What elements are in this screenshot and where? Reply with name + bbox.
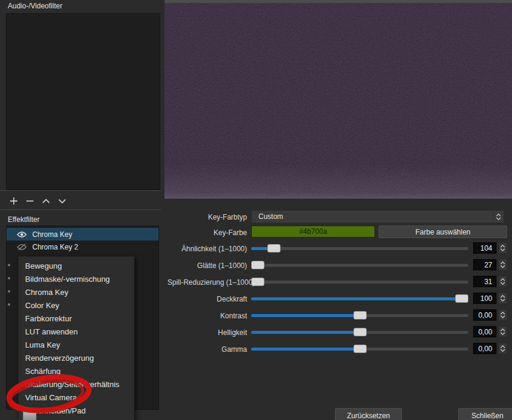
obs-filters-dialog: Audio-/Videofilter Effektfilter Chroma K…: [0, 0, 512, 420]
slider-label: Gamma: [167, 345, 247, 354]
key-color-type-select[interactable]: Custom: [251, 210, 504, 223]
chevron-up-icon: [500, 312, 505, 315]
slider-label: Kontrast: [167, 312, 247, 320]
chevron-up-icon: [496, 214, 501, 217]
effect-filters-title: Effektfilter: [8, 215, 39, 224]
background-window-fragment: [23, 409, 36, 420]
slider-track[interactable]: [251, 247, 468, 250]
slider-track[interactable]: [251, 314, 468, 317]
slider-label: Helligkeit: [167, 328, 247, 337]
value-spinner[interactable]: [498, 293, 507, 304]
slider-handle[interactable]: [251, 261, 264, 269]
chevron-down-icon: [500, 315, 505, 318]
reset-button-label: Zurücksetzen: [347, 412, 390, 420]
value-input[interactable]: 0,00: [473, 326, 496, 337]
slider-label: Spill-Reduzierung (1–1000): [167, 278, 247, 287]
key-color-label: Key-Farbe: [167, 229, 247, 237]
menu-item-chroma-key[interactable]: Chroma Key: [19, 286, 134, 299]
slider-handle[interactable]: [455, 294, 468, 303]
menu-item-bewegung[interactable]: Bewegung: [19, 260, 134, 273]
close-button-label: Schließen: [471, 412, 503, 420]
value-input[interactable]: 100: [473, 293, 496, 304]
value-input[interactable]: 104: [473, 242, 496, 254]
slider-track[interactable]: [251, 297, 468, 300]
slider-handle[interactable]: [267, 244, 281, 252]
add-filter-context-menu: BewegungBildmaske/-vermischungChroma Key…: [18, 256, 135, 420]
menu-item-bildmaske-vermischung[interactable]: Bildmaske/-vermischung: [19, 273, 134, 286]
slider-handle[interactable]: [353, 311, 367, 319]
divider: [0, 209, 161, 210]
chevron-down-icon: [500, 248, 505, 251]
close-button[interactable]: Schließen: [458, 408, 512, 420]
key-color-swatch[interactable]: #4b700a: [251, 226, 375, 238]
value-spinner[interactable]: [498, 309, 507, 321]
value-spinner[interactable]: [498, 276, 507, 287]
eye-visible-icon[interactable]: [17, 231, 27, 238]
slider-handle[interactable]: [353, 328, 367, 336]
add-filter-button[interactable]: [7, 195, 20, 207]
chevron-up-icon: [41, 196, 51, 206]
menu-item-lut-anwenden[interactable]: LUT anwenden: [19, 325, 134, 339]
minus-icon: [25, 196, 35, 206]
key-color-hex: #4b700a: [299, 227, 327, 236]
value-spinner[interactable]: [498, 242, 507, 254]
setting-row: Ähnlichkeit (1–1000)104: [0, 242, 512, 254]
chevron-down-icon: [496, 217, 501, 220]
menu-item-virtual-camera[interactable]: Virtual Camera: [19, 391, 134, 404]
menu-item-skalierung-seitenverh-ltnis[interactable]: Skalierung/Seitenverhältnis: [19, 378, 134, 391]
audio-filters-list[interactable]: [6, 13, 160, 190]
choose-color-button-label: Farbe auswählen: [415, 228, 470, 236]
menu-item-renderverz-gerung[interactable]: Renderverzögerung: [19, 352, 134, 365]
move-filter-up-button[interactable]: [39, 195, 53, 207]
combo-spinner[interactable]: [493, 211, 504, 223]
preview-bottom-glow: [164, 3, 512, 199]
divider: [0, 190, 161, 191]
chevron-down-icon: [57, 196, 67, 206]
menu-item-farbkorrektur[interactable]: Farbkorrektur: [19, 312, 134, 325]
value-input[interactable]: 27: [473, 259, 496, 270]
remove-filter-button[interactable]: [23, 195, 36, 207]
chevron-down-icon: [500, 282, 505, 285]
chevron-up-icon: [500, 261, 505, 264]
slider-label: Deckkraft: [167, 295, 247, 303]
menu-item-sch-rfung[interactable]: Schärfung: [19, 365, 134, 378]
value-spinner[interactable]: [498, 343, 507, 354]
menu-item-color-key[interactable]: Color Key: [19, 299, 134, 312]
slider-fill: [251, 348, 360, 351]
plus-icon: [9, 196, 19, 206]
value-spinner[interactable]: [498, 259, 507, 270]
slider-fill: [251, 314, 360, 317]
slider-track[interactable]: [251, 281, 468, 284]
chevron-up-icon: [500, 328, 505, 331]
value-input[interactable]: 0,00: [473, 343, 496, 354]
slider-fill: [251, 331, 360, 334]
chevron-down-icon: [500, 332, 505, 335]
slider-label: Glätte (1–1000): [167, 261, 247, 270]
menu-item-luma-key[interactable]: Luma Key: [19, 339, 134, 352]
slider-handle[interactable]: [251, 278, 264, 286]
value-input[interactable]: 31: [473, 276, 496, 287]
move-filter-down-button[interactable]: [56, 195, 69, 207]
reset-button[interactable]: Zurücksetzen: [335, 408, 402, 420]
slider-track[interactable]: [251, 331, 468, 334]
choose-color-button[interactable]: Farbe auswählen: [379, 226, 507, 238]
audio-filters-title: Audio-/Videofilter: [8, 2, 62, 10]
chevron-down-icon: [500, 349, 505, 352]
video-preview: [164, 3, 512, 199]
chevron-up-icon: [500, 295, 505, 298]
chevron-up-icon: [500, 345, 505, 348]
value-spinner[interactable]: [498, 326, 507, 337]
slider-handle[interactable]: [353, 345, 367, 353]
slider-fill: [251, 297, 468, 300]
chevron-down-icon: [500, 299, 505, 302]
effect-filter-row[interactable]: Chroma Key: [7, 228, 159, 241]
key-color-type-label: Key-Farbtyp: [167, 213, 247, 221]
chevron-up-icon: [500, 278, 505, 281]
slider-track[interactable]: [251, 348, 468, 351]
value-input[interactable]: 0,00: [473, 309, 496, 321]
chevron-down-icon: [500, 265, 505, 268]
effect-filter-name: Chroma Key: [32, 230, 72, 239]
chevron-up-icon: [500, 245, 505, 248]
slider-track[interactable]: [251, 264, 468, 267]
key-color-type-value: Custom: [252, 212, 493, 221]
